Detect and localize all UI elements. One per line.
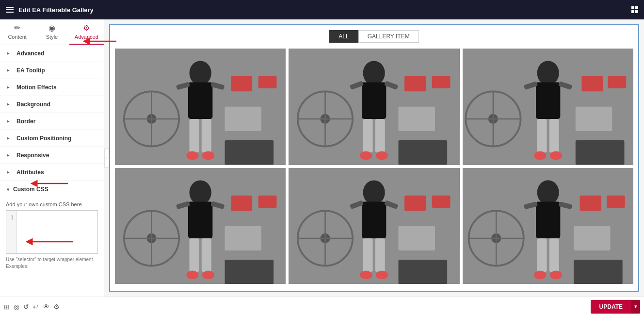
svg-rect-76: [225, 226, 261, 250]
panel-title: Edit EA Filterable Gallery: [18, 6, 94, 14]
accordion-custom-positioning-header[interactable]: Custom Positioning: [0, 130, 104, 147]
chevron-icon: [7, 50, 13, 56]
svg-point-62: [190, 180, 211, 204]
redo-icon[interactable]: ↩: [33, 303, 39, 311]
svg-rect-93: [432, 195, 451, 207]
css-editor-wrapper: 1: [6, 210, 98, 254]
svg-point-86: [360, 270, 372, 279]
accordion-border-label: Border: [16, 118, 35, 125]
advanced-icon: ⚙: [83, 23, 90, 33]
tab-row: ✏ Content ◉ Style ⚙ Advanced: [0, 19, 104, 45]
accordion-attributes-label: Attributes: [16, 169, 44, 176]
svg-rect-22: [225, 107, 261, 131]
accordion-motion-effects-header[interactable]: Motion Effects: [0, 79, 104, 96]
chevron-icon: [7, 118, 13, 124]
content-icon: ✏: [14, 23, 20, 33]
svg-rect-38: [404, 76, 426, 91]
accordion-ea-tooltip-header[interactable]: EA Tooltip: [0, 62, 104, 79]
accordion-background-header[interactable]: Background: [0, 96, 104, 113]
bottom-icons: ⊞ ◎ ↺ ↩ 👁 ⚙: [4, 303, 60, 311]
svg-point-104: [534, 270, 546, 279]
chevron-icon: [7, 152, 13, 158]
accordion-background-label: Background: [16, 101, 50, 108]
chevron-icon: [7, 169, 13, 175]
filter-tab-gallery-item[interactable]: GALLERY ITEM: [358, 30, 419, 43]
update-dropdown-button[interactable]: ▾: [631, 300, 640, 314]
hamburger-menu[interactable]: [6, 7, 14, 13]
svg-rect-111: [607, 195, 625, 207]
css-line-numbers: 1: [6, 211, 17, 253]
accordion-attributes-header[interactable]: Attributes: [0, 164, 104, 181]
svg-rect-92: [404, 195, 426, 210]
svg-point-8: [190, 61, 211, 85]
gallery-placeholder-3: [463, 49, 633, 165]
preview-icon[interactable]: 👁: [43, 303, 49, 311]
filter-tab-gallery-item-label: GALLERY ITEM: [368, 33, 410, 40]
right-content: ALL GALLERY ITEM: [104, 19, 644, 297]
svg-point-15: [202, 151, 214, 160]
css-textarea[interactable]: [17, 211, 97, 253]
svg-rect-21: [258, 76, 277, 88]
tab-advanced[interactable]: ⚙ Advanced: [69, 19, 104, 45]
accordion-custom-css: Custom CSS Add your own custom CSS here …: [0, 181, 104, 274]
svg-point-44: [537, 61, 559, 85]
custom-css-hint: Add your own custom CSS here: [6, 201, 98, 207]
svg-rect-41: [399, 140, 448, 165]
accordion-responsive: Responsive: [0, 147, 104, 164]
svg-rect-27: [362, 82, 386, 118]
svg-rect-9: [188, 82, 212, 118]
svg-rect-94: [399, 226, 435, 250]
style-icon: ◉: [48, 23, 55, 33]
gallery-placeholder-6: [463, 168, 633, 284]
undo-icon[interactable]: ↺: [23, 303, 29, 311]
svg-rect-23: [225, 140, 274, 165]
accordion-custom-css-header[interactable]: Custom CSS: [0, 181, 104, 198]
gallery-placeholder-4: [115, 168, 286, 284]
accordion-advanced-header[interactable]: Advanced: [0, 45, 104, 62]
gallery-item-6: [463, 168, 633, 284]
layers-icon[interactable]: ⊞: [4, 303, 10, 311]
accordion-ea-tooltip-label: EA Tooltip: [16, 67, 45, 74]
gallery-item-2: [289, 49, 459, 165]
tab-style[interactable]: ◉ Style: [34, 19, 69, 45]
accordion-motion-effects-label: Motion Effects: [16, 84, 57, 91]
css-hint-text: Use "selector" to target wrapper element…: [6, 256, 98, 270]
accordion-ea-tooltip: EA Tooltip: [0, 62, 104, 79]
accordion-border-header[interactable]: Border: [0, 113, 104, 130]
accordion-custom-positioning: Custom Positioning: [0, 130, 104, 147]
gallery-item-1: [115, 49, 286, 165]
svg-point-14: [186, 151, 198, 160]
tab-content[interactable]: ✏ Content: [0, 19, 34, 45]
svg-point-80: [363, 180, 385, 204]
update-button[interactable]: UPDATE: [591, 300, 631, 314]
accordion-custom-css-label: Custom CSS: [13, 186, 48, 193]
svg-rect-81: [362, 201, 386, 238]
svg-rect-113: [574, 259, 623, 283]
svg-rect-102: [537, 238, 547, 271]
svg-point-105: [550, 270, 562, 279]
svg-point-51: [550, 151, 562, 160]
grid-view-icon[interactable]: [631, 6, 638, 13]
left-panel: ✏ Content ◉ Style ⚙ Advanced Advanced: [0, 19, 104, 297]
svg-point-98: [537, 180, 559, 204]
svg-point-50: [534, 151, 546, 160]
svg-rect-39: [432, 76, 451, 88]
svg-rect-49: [549, 119, 559, 152]
filter-tab-all[interactable]: ALL: [329, 30, 358, 43]
svg-rect-63: [188, 201, 212, 238]
chevron-icon: [7, 101, 13, 107]
svg-rect-31: [375, 119, 385, 152]
tab-style-label: Style: [46, 34, 58, 40]
accordion-advanced: Advanced: [0, 45, 104, 62]
svg-point-32: [360, 151, 372, 160]
canvas-area: ALL GALLERY ITEM: [109, 24, 639, 292]
widgets-icon[interactable]: ◎: [14, 303, 19, 311]
svg-rect-48: [537, 119, 547, 152]
svg-rect-45: [536, 82, 560, 119]
svg-point-26: [363, 61, 385, 85]
svg-rect-103: [549, 238, 559, 271]
filter-tab-all-label: ALL: [338, 33, 349, 40]
tab-advanced-label: Advanced: [75, 34, 98, 40]
settings-icon[interactable]: ⚙: [53, 303, 60, 311]
accordion-responsive-header[interactable]: Responsive: [0, 147, 104, 164]
